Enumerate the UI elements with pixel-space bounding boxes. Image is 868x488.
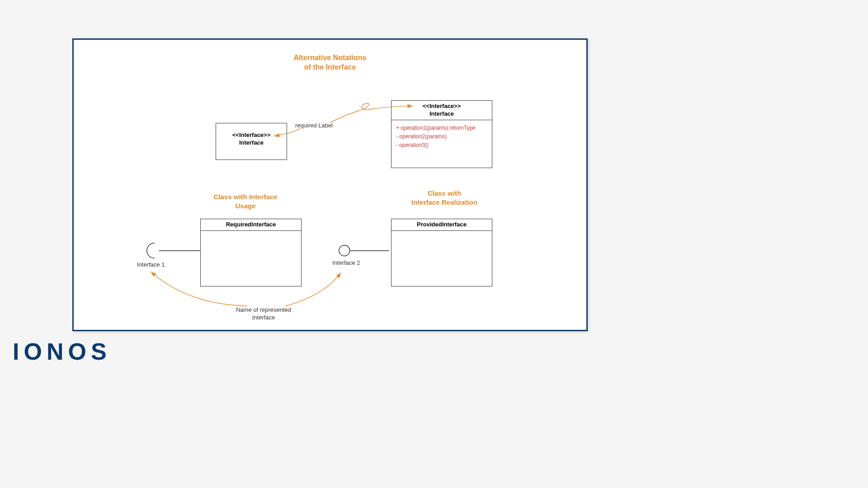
provided-interface-name: ProvidedInterface <box>417 221 467 228</box>
operation-3: - operation3() <box>396 141 487 150</box>
main-title-line2: of the Interface <box>304 63 356 71</box>
main-title-line1: Alternative Notations <box>294 54 367 61</box>
socket-icon <box>147 243 155 258</box>
provided-interface-header: ProvidedInterface <box>392 219 492 231</box>
realization-title: Class with Interface Realization <box>408 189 481 206</box>
name-of-line2: Interface <box>252 314 275 321</box>
required-interface-box: RequiredInterface <box>200 219 302 286</box>
small-interface-name: Interface <box>239 139 264 146</box>
required-interface-header: RequiredInterface <box>201 219 301 231</box>
large-interface-stereotype: <<Interface>> <box>423 103 461 109</box>
main-title: Alternative Notations of the Interface <box>74 53 586 72</box>
ionos-logo: IONOS <box>13 338 111 365</box>
usage-title: Class with Interface Usage <box>209 192 282 210</box>
name-of-line1: Name of represented <box>236 306 291 313</box>
small-interface-box: <<Interface>> Interface <box>216 123 287 160</box>
ball-icon <box>339 245 350 256</box>
interface2-label: Interface 2 <box>332 259 360 267</box>
realization-title-line1: Class with <box>428 189 461 197</box>
large-interface-name: Interface <box>429 110 454 117</box>
name-of-represented-label: Name of represented Interface <box>232 306 295 322</box>
operation-1: + operation1(params):returnType <box>396 124 487 132</box>
operation-2: - operation2(params) <box>396 132 487 141</box>
required-label: required Label <box>295 122 333 130</box>
usage-title-line1: Class with Interface <box>214 193 278 201</box>
connectors-svg <box>74 40 586 330</box>
small-interface-stereotype: <<Interface>> <box>232 131 271 138</box>
required-interface-name: RequiredInterface <box>226 221 276 228</box>
diagram-frame: Alternative Notations of the Interface <… <box>72 38 588 331</box>
large-interface-header: <<Interface>> Interface <box>392 101 492 120</box>
large-interface-box: <<Interface>> Interface + operation1(par… <box>391 100 492 168</box>
provided-interface-box: ProvidedInterface <box>391 219 492 286</box>
interface1-label: Interface 1 <box>137 261 165 269</box>
usage-title-line2: Usage <box>235 202 255 210</box>
realization-title-line2: Interface Realization <box>411 198 477 206</box>
large-interface-operations: + operation1(params):returnType - operat… <box>392 120 492 154</box>
